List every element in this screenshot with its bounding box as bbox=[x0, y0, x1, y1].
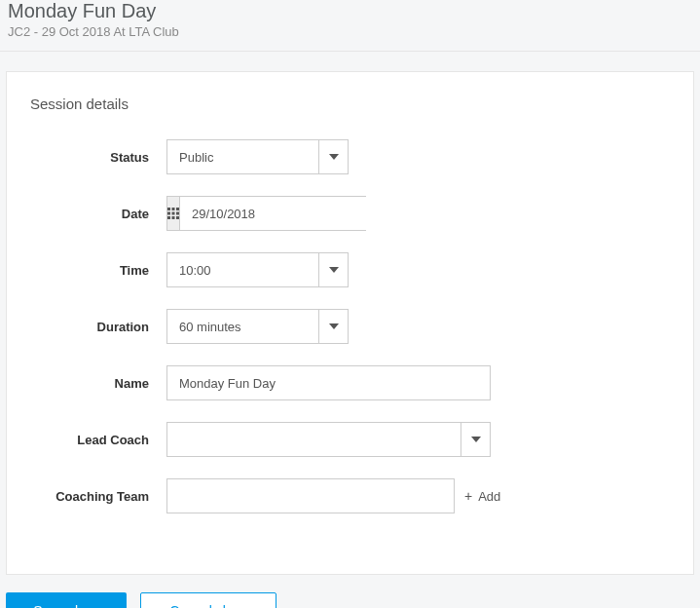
svg-rect-5 bbox=[176, 212, 179, 215]
cancel-button[interactable]: Cancel class bbox=[140, 592, 276, 608]
duration-select[interactable]: 60 minutes bbox=[166, 309, 349, 344]
calendar-icon bbox=[167, 197, 180, 230]
date-picker[interactable] bbox=[166, 196, 366, 231]
save-button[interactable]: Save class bbox=[6, 592, 127, 608]
add-label: Add bbox=[478, 489, 500, 504]
coaching-team-label: Coaching Team bbox=[30, 489, 166, 504]
status-row: Status Public bbox=[30, 139, 670, 174]
time-row: Time 10:00 bbox=[30, 252, 670, 287]
add-coach-button[interactable]: + Add bbox=[464, 488, 500, 504]
chevron-down-icon bbox=[318, 310, 348, 343]
name-row: Name bbox=[30, 365, 670, 400]
name-input[interactable] bbox=[166, 365, 491, 400]
svg-rect-1 bbox=[172, 208, 175, 210]
time-label: Time bbox=[30, 263, 166, 278]
date-input[interactable] bbox=[180, 197, 367, 230]
name-label: Name bbox=[30, 376, 166, 391]
svg-rect-4 bbox=[172, 212, 175, 215]
chevron-down-icon bbox=[318, 253, 348, 286]
coaching-team-input[interactable] bbox=[166, 478, 455, 513]
lead-coach-select[interactable] bbox=[166, 422, 491, 457]
section-title: Session details bbox=[30, 95, 670, 112]
chevron-down-icon bbox=[461, 423, 490, 456]
svg-rect-3 bbox=[167, 212, 170, 215]
svg-rect-0 bbox=[167, 208, 170, 210]
svg-rect-8 bbox=[176, 216, 179, 219]
status-select[interactable]: Public bbox=[166, 139, 349, 174]
page-subtitle: JC2 - 29 Oct 2018 At LTA Club bbox=[8, 24, 692, 39]
lead-coach-row: Lead Coach bbox=[30, 422, 670, 457]
footer-actions: Save class Cancel class bbox=[0, 575, 700, 608]
chevron-down-icon bbox=[318, 140, 348, 173]
svg-rect-2 bbox=[176, 208, 179, 210]
page-title: Monday Fun Day bbox=[8, 0, 692, 22]
status-value: Public bbox=[167, 140, 318, 173]
duration-row: Duration 60 minutes bbox=[30, 309, 670, 344]
page-header: Monday Fun Day JC2 - 29 Oct 2018 At LTA … bbox=[0, 0, 700, 52]
svg-rect-7 bbox=[172, 216, 175, 219]
duration-label: Duration bbox=[30, 320, 166, 334]
coaching-team-row: Coaching Team + Add bbox=[30, 478, 670, 513]
date-label: Date bbox=[30, 207, 166, 221]
time-select[interactable]: 10:00 bbox=[166, 252, 349, 287]
lead-coach-label: Lead Coach bbox=[30, 433, 166, 447]
date-row: Date bbox=[30, 196, 670, 231]
plus-icon: + bbox=[464, 488, 472, 504]
time-value: 10:00 bbox=[167, 253, 318, 286]
lead-coach-value bbox=[167, 423, 461, 456]
duration-value: 60 minutes bbox=[167, 310, 318, 343]
status-label: Status bbox=[30, 150, 166, 165]
session-details-card: Session details Status Public Date Time bbox=[6, 71, 694, 575]
svg-rect-6 bbox=[167, 216, 170, 219]
